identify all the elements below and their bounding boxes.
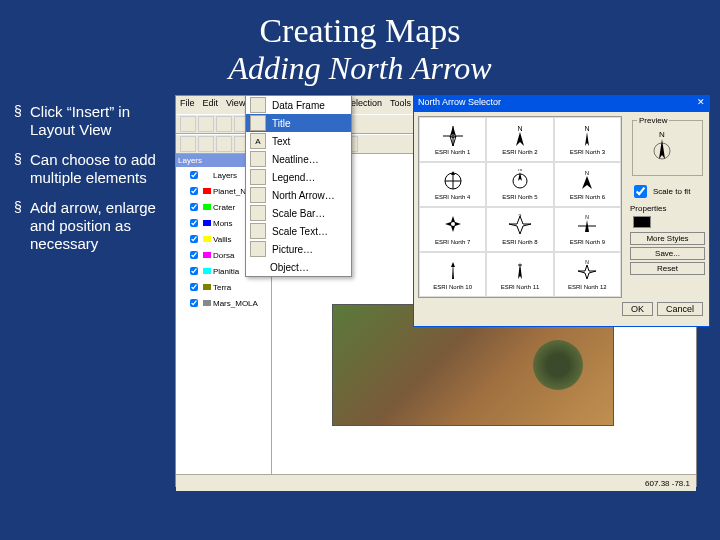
bullet-item: Can choose to add multiple elements <box>10 151 175 187</box>
menu-view[interactable]: View <box>226 98 245 112</box>
menu-item-legend[interactable]: Legend… <box>246 168 351 186</box>
menu-item-label: Picture… <box>272 244 313 255</box>
toolbar-button[interactable] <box>216 116 232 132</box>
north-arrow-option[interactable]: NESRI North 6 <box>554 162 621 207</box>
north-arrow-icon: N <box>572 259 602 283</box>
menu-file[interactable]: File <box>180 98 195 112</box>
color-swatch[interactable] <box>633 216 651 228</box>
menu-tools[interactable]: Tools <box>390 98 411 112</box>
title-icon <box>250 115 266 131</box>
insert-dropdown[interactable]: Data FrameTitleATextNeatline…Legend…Nort… <box>245 95 352 277</box>
svg-marker-13 <box>518 172 522 181</box>
svg-marker-7 <box>585 132 589 146</box>
menu-item-label: Text <box>272 136 290 147</box>
bullet-item: Add arrow, enlarge and position as neces… <box>10 199 175 253</box>
arrow-style-label: ESRI North 7 <box>435 239 470 245</box>
menu-item-object[interactable]: Object… <box>246 258 351 276</box>
toolbar-button[interactable] <box>216 136 232 152</box>
toolbar-button[interactable] <box>180 116 196 132</box>
toolbar-button[interactable] <box>198 136 214 152</box>
menu-item-dataframe[interactable]: Data Frame <box>246 96 351 114</box>
north-arrow-option[interactable]: NESRI North 9 <box>554 207 621 252</box>
status-bar: 607.38 -78.1 <box>176 474 696 491</box>
north-arrow-option[interactable]: ESRI North 4 <box>419 162 486 207</box>
crater-feature <box>533 340 583 390</box>
menu-item-text[interactable]: AText <box>246 132 351 150</box>
svg-text:N: N <box>518 169 522 172</box>
svg-marker-16 <box>582 176 592 189</box>
df-icon <box>250 97 266 113</box>
bullet-item: Click “Insert” in Layout View <box>10 103 175 139</box>
north-arrow-option[interactable]: NESRI North 5 <box>486 162 553 207</box>
sb-icon <box>250 205 266 221</box>
north-arrow-selector-dialog[interactable]: North Arrow Selector ✕ ESRI North 1NESRI… <box>413 95 710 327</box>
cancel-button[interactable]: Cancel <box>657 302 703 316</box>
menu-item-picture[interactable]: Picture… <box>246 240 351 258</box>
north-arrow-option[interactable]: NESRI North 2 <box>486 117 553 162</box>
bullet-list: Click “Insert” in Layout View Can choose… <box>10 95 175 495</box>
scale-to-fit-label: Scale to fit <box>653 187 690 196</box>
slide-title: Creating Maps <box>0 0 720 50</box>
svg-text:N: N <box>585 125 590 132</box>
arrow-style-label: ESRI North 2 <box>502 149 537 155</box>
north-arrow-icon <box>438 169 468 193</box>
svg-point-18 <box>451 222 455 226</box>
north-arrow-icon <box>438 124 468 148</box>
svg-marker-19 <box>509 216 531 234</box>
north-arrow-icon: N <box>505 214 535 238</box>
arrow-style-label: ESRI North 8 <box>502 239 537 245</box>
north-arrow-option[interactable]: ESRI North 1 <box>419 117 486 162</box>
toolbar-button[interactable] <box>180 136 196 152</box>
menu-item-scaletext[interactable]: Scale Text… <box>246 222 351 240</box>
A-icon: A <box>250 133 266 149</box>
scale-to-fit-checkbox[interactable] <box>634 185 647 198</box>
slide-subtitle: Adding North Arrow <box>0 50 720 95</box>
north-arrow-icon: N <box>572 124 602 148</box>
north-arrow-option[interactable]: ESRI North 7 <box>419 207 486 252</box>
svg-text:N: N <box>519 214 522 217</box>
north-arrow-option[interactable]: NESRI North 3 <box>554 117 621 162</box>
svg-marker-25 <box>451 262 455 267</box>
menu-item-label: Title <box>272 118 291 129</box>
north-arrow-option[interactable]: NESRI North 12 <box>554 252 621 297</box>
svg-marker-5 <box>516 132 524 146</box>
north-arrow-option[interactable]: ESRI North 11 <box>486 252 553 297</box>
north-arrow-option[interactable]: ESRI North 10 <box>419 252 486 297</box>
svg-text:N: N <box>517 125 522 132</box>
arrow-style-label: ESRI North 3 <box>570 149 605 155</box>
north-arrow-icon: N <box>572 169 602 193</box>
menu-edit[interactable]: Edit <box>203 98 219 112</box>
preview-group: Preview N <box>632 116 703 176</box>
leg-icon <box>250 169 266 185</box>
menu-item-neatline[interactable]: Neatline… <box>246 150 351 168</box>
na-icon <box>250 187 266 203</box>
toolbar-button[interactable] <box>198 116 214 132</box>
status-coords: 607.38 -78.1 <box>645 479 690 488</box>
menu-item-scalebar[interactable]: Scale Bar… <box>246 204 351 222</box>
arrow-style-grid[interactable]: ESRI North 1NESRI North 2NESRI North 3ES… <box>418 116 622 298</box>
toc-layer-item[interactable]: Mars_MOLA <box>176 295 271 311</box>
more-styles-button[interactable]: More Styles <box>630 232 705 245</box>
north-arrow-icon: N <box>505 124 535 148</box>
menu-item-title[interactable]: Title <box>246 114 351 132</box>
arrow-style-label: ESRI North 1 <box>435 149 470 155</box>
st-icon <box>250 223 266 239</box>
close-icon[interactable]: ✕ <box>697 97 705 111</box>
ok-button[interactable]: OK <box>622 302 653 316</box>
menu-item-label: Neatline… <box>272 154 319 165</box>
save-style-button[interactable]: Save... <box>630 247 705 260</box>
dialog-title: North Arrow Selector <box>418 97 501 111</box>
reset-button[interactable]: Reset <box>630 262 705 275</box>
arrow-style-label: ESRI North 5 <box>502 194 537 200</box>
menu-item-label: Scale Text… <box>272 226 328 237</box>
svg-text:N: N <box>586 214 590 220</box>
menu-item-northarrow[interactable]: North Arrow… <box>246 186 351 204</box>
menu-item-label: Data Frame <box>272 100 325 111</box>
north-arrow-icon: N <box>572 214 602 238</box>
blank-icon <box>250 260 264 274</box>
menu-item-label: Object… <box>270 262 309 273</box>
arrow-style-label: ESRI North 10 <box>433 284 472 290</box>
toc-layer-item[interactable]: Terra <box>176 279 271 295</box>
north-arrow-option[interactable]: NESRI North 8 <box>486 207 553 252</box>
arrow-style-label: ESRI North 9 <box>570 239 605 245</box>
